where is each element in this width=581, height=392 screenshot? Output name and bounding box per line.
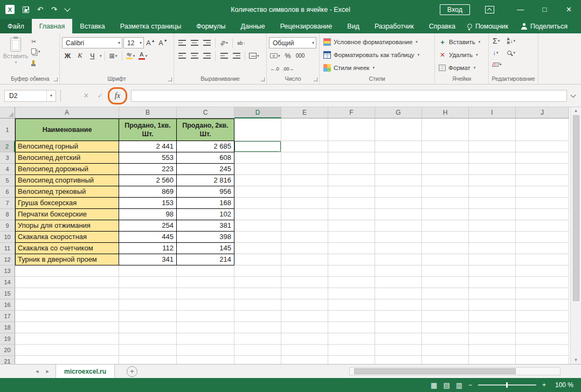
format-cells-button[interactable]: Формат ▾ [437, 61, 486, 74]
scroll-down-arrow[interactable]: ▼ [574, 358, 578, 363]
column-header-J[interactable]: J [516, 107, 569, 118]
cell-G5[interactable] [375, 175, 422, 186]
cell-D18[interactable] [234, 322, 281, 333]
increase-font-size-button[interactable]: А▲ [145, 37, 156, 48]
sheet-tab-active[interactable]: microexcel.ru [56, 365, 115, 378]
cell-H5[interactable] [422, 175, 469, 186]
row-header-17[interactable]: 17 [0, 311, 15, 322]
cell-F12[interactable] [328, 254, 375, 265]
row-header-16[interactable]: 16 [0, 299, 15, 311]
cell-A9[interactable]: Упоры для отжимания [15, 220, 119, 232]
cell-A13[interactable] [15, 265, 119, 277]
percent-style-button[interactable]: % [282, 50, 294, 61]
row-header-4[interactable]: 4 [0, 164, 15, 175]
cell-I18[interactable] [469, 322, 516, 333]
autosum-button[interactable]: Σ▾ [491, 36, 503, 46]
cell-D5[interactable] [234, 175, 281, 186]
cell-I13[interactable] [469, 265, 516, 277]
cell-B21[interactable] [119, 356, 177, 364]
row-header-15[interactable]: 15 [0, 288, 15, 299]
cell-B10[interactable]: 445 [119, 232, 177, 243]
alignment-dialog-launcher[interactable] [261, 78, 265, 81]
zoom-slider[interactable] [478, 384, 536, 386]
cell-E11[interactable] [281, 243, 328, 254]
number-dialog-launcher[interactable] [314, 78, 317, 81]
cell-C2[interactable]: 2 685 [177, 141, 234, 152]
fill-color-button[interactable]: ▾ [125, 50, 136, 61]
cell-B13[interactable] [119, 265, 177, 277]
delete-cells-button[interactable]: ✕ Удалить ▾ [437, 48, 486, 61]
cell-H8[interactable] [422, 209, 469, 220]
sign-in-button[interactable]: Вход [440, 4, 470, 15]
cell-D16[interactable] [234, 299, 281, 311]
cell-J7[interactable] [516, 198, 569, 209]
cell-C17[interactable] [177, 311, 234, 322]
cell-A3[interactable]: Велосипед детский [15, 152, 119, 164]
cell-G7[interactable] [375, 198, 422, 209]
cell-H10[interactable] [422, 232, 469, 243]
row-header-13[interactable]: 13 [0, 265, 15, 277]
name-box-caret[interactable]: ▾ [46, 90, 56, 101]
row-header-12[interactable]: 12 [0, 254, 15, 265]
zoom-out-button[interactable]: − [468, 381, 472, 389]
cell-A2[interactable]: Велосипед горный [15, 141, 119, 152]
cell-H3[interactable] [422, 152, 469, 164]
cell-J4[interactable] [516, 164, 569, 175]
font-size-select[interactable]: 12▾ [123, 37, 144, 48]
cell-H1[interactable] [422, 118, 469, 141]
cell-C16[interactable] [177, 299, 234, 311]
cell-I21[interactable] [469, 356, 516, 364]
page-layout-view-button[interactable]: ▤ [443, 381, 449, 389]
ribbon-tab[interactable]: Данные [233, 19, 273, 33]
column-header-C[interactable]: C [177, 107, 234, 118]
cell-I19[interactable] [469, 333, 516, 345]
column-header-I[interactable]: I [469, 107, 516, 118]
cell-G2[interactable] [375, 141, 422, 152]
cell-B5[interactable]: 2 560 [119, 175, 177, 186]
cell-J5[interactable] [516, 175, 569, 186]
bold-button[interactable]: Ж [62, 50, 73, 61]
cell-C9[interactable]: 381 [177, 220, 234, 232]
clipboard-dialog-launcher[interactable] [54, 78, 58, 81]
cell-I14[interactable] [469, 277, 516, 288]
cell-G21[interactable] [375, 356, 422, 364]
ribbon-tab[interactable]: Формулы [189, 19, 233, 33]
cancel-button[interactable]: ✕ [79, 92, 93, 100]
cell-D6[interactable] [234, 186, 281, 198]
cell-B3[interactable]: 553 [119, 152, 177, 164]
cell-B4[interactable]: 223 [119, 164, 177, 175]
ribbon-display-options-button[interactable] [485, 6, 494, 13]
align-middle-button[interactable] [189, 37, 200, 48]
cell-I16[interactable] [469, 299, 516, 311]
cell-E14[interactable] [281, 277, 328, 288]
conditional-formatting-button[interactable]: Условное форматирование ▾ [322, 36, 432, 48]
cell-A19[interactable] [15, 333, 119, 345]
row-header-10[interactable]: 10 [0, 232, 15, 243]
cell-H13[interactable] [422, 265, 469, 277]
insert-function-button[interactable]: fx [109, 89, 126, 102]
enter-button[interactable]: ✓ [93, 92, 107, 100]
cell-C13[interactable] [177, 265, 234, 277]
cell-D20[interactable] [234, 345, 281, 356]
cell-F9[interactable] [328, 220, 375, 232]
normal-view-button[interactable]: ▦ [431, 381, 437, 389]
row-header-11[interactable]: 11 [0, 243, 15, 254]
row-header-2[interactable]: 2 [0, 141, 15, 152]
cell-G10[interactable] [375, 232, 422, 243]
decrease-decimal-button[interactable]: .00→ [281, 63, 295, 74]
cell-E18[interactable] [281, 322, 328, 333]
cell-J8[interactable] [516, 209, 569, 220]
cell-I8[interactable] [469, 209, 516, 220]
cell-F21[interactable] [328, 356, 375, 364]
cell-A5[interactable]: Велосипед спортивный [15, 175, 119, 186]
cell-A8[interactable]: Перчатки боксерские [15, 209, 119, 220]
cell-E20[interactable] [281, 345, 328, 356]
cell-C8[interactable]: 102 [177, 209, 234, 220]
cell-D2[interactable] [234, 141, 281, 152]
cell-B18[interactable] [119, 322, 177, 333]
align-center-button[interactable] [189, 50, 200, 61]
save-button[interactable] [23, 6, 29, 13]
column-header-G[interactable]: G [375, 107, 422, 118]
cell-E10[interactable] [281, 232, 328, 243]
cell-A10[interactable]: Скакалка скоростная [15, 232, 119, 243]
